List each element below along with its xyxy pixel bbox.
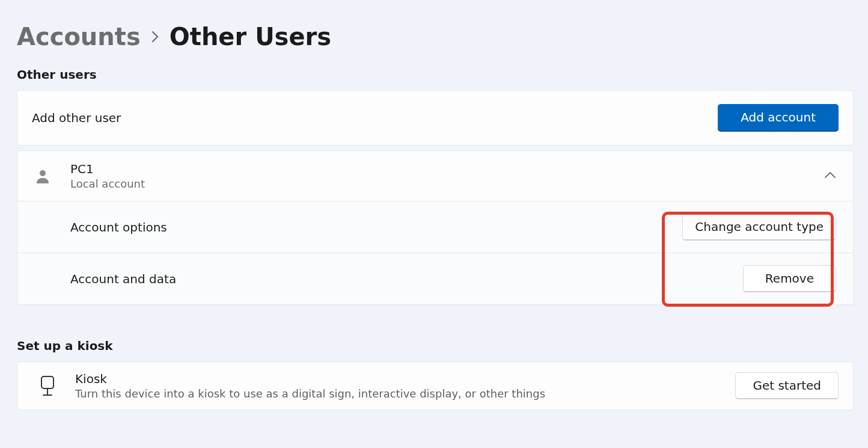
add-other-user-label: Add other user — [32, 111, 121, 125]
user-subtitle: Local account — [70, 177, 810, 190]
kiosk-row: Kiosk Turn this device into a kiosk to u… — [17, 361, 854, 410]
kiosk-subtitle: Turn this device into a kiosk to use as … — [75, 387, 721, 400]
kiosk-icon — [34, 375, 61, 397]
user-name: PC1 — [70, 162, 810, 176]
breadcrumb-current: Other Users — [170, 23, 331, 51]
chevron-right-icon — [150, 30, 160, 43]
kiosk-title: Kiosk — [75, 372, 721, 386]
person-icon — [29, 169, 56, 183]
get-started-button[interactable]: Get started — [735, 372, 839, 399]
user-header[interactable]: PC1 Local account — [17, 150, 854, 201]
user-text: PC1 Local account — [70, 162, 810, 190]
svg-rect-1 — [41, 376, 53, 388]
account-options-row: Account options Change account type — [17, 201, 854, 253]
kiosk-text: Kiosk Turn this device into a kiosk to u… — [75, 372, 721, 400]
account-and-data-label: Account and data — [70, 272, 176, 286]
account-options-label: Account options — [70, 220, 167, 235]
account-and-data-row: Account and data Remove — [17, 253, 854, 305]
user-group: PC1 Local account Account options Change… — [17, 150, 854, 305]
remove-button[interactable]: Remove — [743, 265, 836, 292]
chevron-up-icon — [824, 170, 836, 182]
section-title-kiosk: Set up a kiosk — [17, 339, 854, 353]
section-title-other-users: Other users — [17, 67, 854, 82]
breadcrumb: Accounts Other Users — [17, 23, 854, 51]
add-account-button[interactable]: Add account — [718, 104, 839, 132]
add-other-user-row: Add other user Add account — [17, 90, 854, 146]
breadcrumb-parent[interactable]: Accounts — [17, 23, 141, 51]
change-account-type-button[interactable]: Change account type — [682, 213, 836, 241]
svg-point-0 — [40, 170, 46, 176]
